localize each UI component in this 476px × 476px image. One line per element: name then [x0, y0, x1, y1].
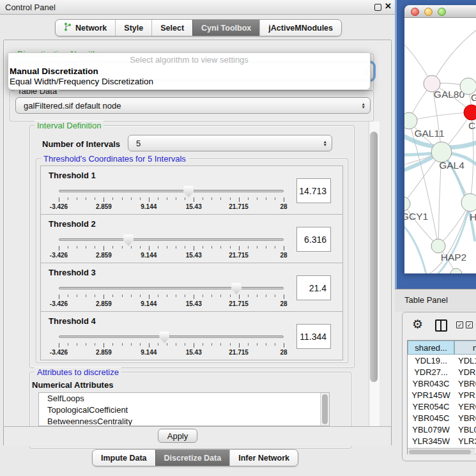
apply-button[interactable]: Apply [158, 429, 197, 443]
tick-mark [248, 343, 249, 346]
panel-scrollbar-thumb[interactable] [370, 132, 378, 382]
tab-network[interactable]: Network [56, 20, 115, 36]
tick-mark [112, 343, 113, 346]
minimize-traffic-light-icon[interactable] [424, 8, 433, 16]
numerical-attributes-list[interactable]: SelfLoopsTopologicalCoefficientBetweenne… [38, 392, 330, 426]
tick-mark [284, 343, 284, 348]
table-row[interactable]: YER054CYER0 [408, 401, 476, 412]
table-hscrollbar-thumb[interactable] [409, 450, 471, 454]
app-root: Control Panel ✕ NetworkStyleSelectCyni T… [0, 0, 476, 476]
network-window-titlebar[interactable] [404, 5, 476, 18]
slider-thumb-icon[interactable] [123, 234, 134, 246]
control-panel-title: Control Panel [5, 0, 56, 15]
table-hscrollbar[interactable] [408, 448, 475, 455]
cell-name: YBR0 [454, 379, 476, 388]
tick-mark [59, 343, 59, 348]
checkbox-icon[interactable]: ✓ [466, 321, 473, 328]
edge-thick[interactable] [438, 203, 470, 273]
threshold-slider[interactable] [59, 234, 284, 245]
dropdown-option-manual-discretization[interactable]: Manual Discretization [10, 66, 369, 77]
edge-thin[interactable] [404, 204, 438, 246]
cell-shared-name: YDL19... [408, 356, 454, 365]
network-node-gal11[interactable] [404, 112, 417, 129]
slider-thumb-icon[interactable] [159, 332, 169, 343]
list-scrollbar[interactable] [320, 393, 329, 426]
close-traffic-light-icon[interactable] [411, 8, 419, 16]
node-label: HAP2 [441, 252, 467, 263]
tab-discretize-data[interactable]: Discretize Data [155, 450, 230, 466]
checkbox-icon[interactable]: ✓ [456, 321, 463, 328]
tab-style[interactable]: Style [115, 20, 151, 36]
list-item[interactable]: SelfLoops [39, 393, 329, 404]
table-data-combobox[interactable]: galFiltered.sif default node ▲▼ [15, 97, 371, 114]
tick-mark [257, 295, 257, 297]
network-node-gcy1[interactable] [404, 197, 410, 211]
list-item[interactable]: BetweennessCentrality [39, 416, 329, 426]
node-attribute-table[interactable]: shared...n YDL19...YDL1YDR27...YDR2YBR04… [407, 340, 476, 454]
tab-impute-data[interactable]: Impute Data [93, 450, 155, 466]
tick-mark [112, 295, 113, 297]
threshold-slider[interactable] [59, 186, 284, 196]
tick-mark [230, 197, 231, 200]
tick-mark [211, 246, 212, 249]
tick-mark [140, 197, 141, 200]
column-header-n[interactable]: n [454, 341, 476, 355]
tab-cyni-toolbox[interactable]: Cyni Toolbox [192, 20, 259, 36]
tick-mark [230, 295, 231, 297]
tick-label: 9.144 [128, 300, 169, 307]
tab-jactivemnodules[interactable]: jActiveMNodules [259, 20, 341, 36]
columns-icon[interactable] [435, 319, 447, 332]
list-scrollbar-thumb[interactable] [322, 394, 328, 424]
list-item[interactable]: TopologicalCoefficient [39, 404, 329, 416]
slider-track [59, 238, 284, 241]
tick-mark [194, 343, 194, 348]
tick-label: 9.144 [128, 203, 169, 210]
slider-thumb-icon[interactable] [231, 283, 242, 295]
tab-infer-network[interactable]: Infer Network [229, 450, 298, 466]
threshold-value-field[interactable]: 6.316 [296, 227, 331, 252]
threshold-value-field[interactable]: 21.4 [296, 275, 331, 300]
tick-mark [122, 197, 123, 200]
table-row[interactable]: YDR27...YDR2 [408, 366, 476, 378]
edge-thin[interactable] [409, 112, 472, 121]
edge-thin[interactable] [432, 29, 476, 84]
float-window-icon[interactable] [374, 4, 381, 11]
threshold-value-field[interactable]: 11.344 [296, 324, 331, 349]
table-row[interactable]: YBR045CYBR0 [408, 412, 476, 424]
table-row[interactable]: YDL19...YDL1 [408, 355, 476, 366]
number-of-intervals-combobox[interactable]: 5 ▲▼ [128, 135, 332, 151]
network-node-h[interactable] [461, 194, 476, 211]
cell-name: YPR1 [454, 390, 476, 400]
tick-label: 9.144 [128, 349, 169, 356]
table-row[interactable]: YPR145WYPR1 [408, 389, 476, 401]
dropdown-option-equal-width-frequency-discretization[interactable]: Equal Width/Frequency Discretization [10, 77, 369, 87]
tick-mark [149, 343, 150, 348]
table-row[interactable]: YLR345WYLR3 [408, 435, 476, 447]
gear-icon[interactable]: ⚙ [412, 317, 423, 332]
tick-label: 28 [263, 349, 304, 356]
tick-label: 21.715 [219, 252, 259, 259]
network-node-hap2[interactable] [431, 239, 445, 253]
tick-mark [167, 246, 167, 249]
close-icon[interactable]: ✕ [385, 1, 392, 11]
table-row[interactable]: YBL079WYBL0 [408, 424, 476, 435]
tab-select[interactable]: Select [151, 20, 192, 36]
network-node-c[interactable] [464, 105, 476, 120]
threshold-slider[interactable] [59, 283, 284, 293]
table-row[interactable]: YBR043CYBR0 [408, 378, 476, 389]
zoom-traffic-light-icon[interactable] [438, 8, 446, 16]
network-canvas[interactable]: GAL80G.CGAL11GAL4GCY1HHAP2 [404, 18, 476, 273]
slider-thumb-icon[interactable] [183, 186, 194, 197]
tick-mark [266, 246, 266, 249]
network-node[interactable] [450, 268, 462, 273]
edge-thick[interactable] [404, 224, 426, 273]
tick-mark [77, 197, 77, 200]
tick-mark [140, 246, 141, 249]
column-header-shared[interactable]: shared... [408, 341, 454, 355]
threshold-label: Threshold 1 [49, 171, 96, 180]
attributes-group-title: Attributes to discretize [35, 367, 121, 377]
threshold-value-field[interactable]: 14.713 [296, 178, 331, 203]
threshold-slider[interactable] [59, 332, 284, 342]
tick-mark [59, 197, 59, 202]
tab-label: Impute Data [101, 454, 147, 463]
